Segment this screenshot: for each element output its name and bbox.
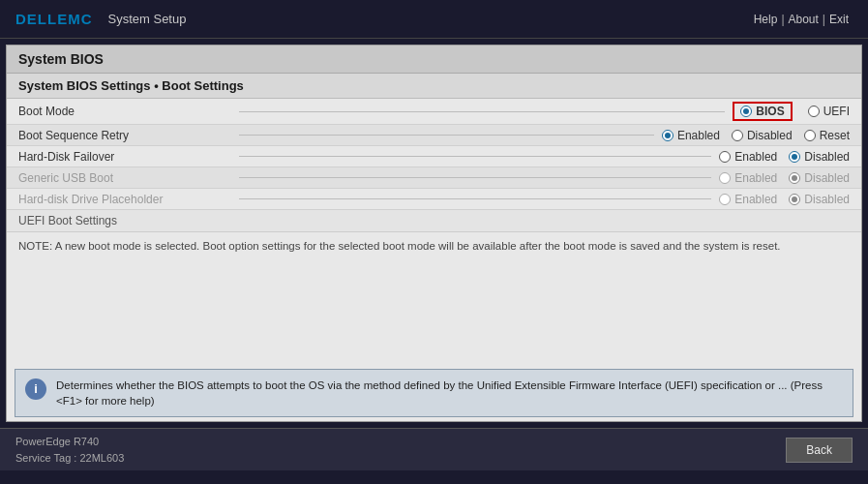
usb-boot-options: Enabled Disabled	[719, 171, 850, 185]
hdd-placeholder-label: Hard-disk Drive Placeholder	[18, 193, 231, 206]
hdd-placeholder-row: Hard-disk Drive Placeholder Enabled Disa…	[7, 189, 861, 210]
seq-disabled-option[interactable]: Disabled	[732, 129, 793, 142]
bios-label: BIOS	[756, 105, 784, 118]
row-line	[239, 135, 654, 136]
main-panel: System BIOS System BIOS Settings • Boot …	[6, 45, 862, 422]
seq-reset-label: Reset	[820, 129, 850, 142]
uefi-label: UEFI	[823, 105, 850, 118]
settings-area: Boot Mode BIOS UEFI Boot Sequence Retry	[7, 99, 861, 363]
usb-enabled-label: Enabled	[734, 171, 777, 185]
dell-logo: DELLEMC	[15, 11, 93, 27]
row-line	[239, 111, 725, 112]
seq-disabled-label: Disabled	[747, 129, 793, 142]
usb-enabled-option[interactable]: Enabled	[719, 171, 777, 185]
row-line	[239, 198, 711, 199]
info-text: Determines whether the BIOS attempts to …	[56, 378, 843, 408]
note-area: NOTE: A new boot mode is selected. Boot …	[7, 232, 861, 260]
placeholder-enabled-option[interactable]: Enabled	[719, 193, 777, 206]
model-label: PowerEdge R740	[15, 434, 124, 450]
boot-sequence-label: Boot Sequence Retry	[18, 129, 231, 142]
usb-disabled-option[interactable]: Disabled	[789, 171, 850, 185]
fail-disabled-radio[interactable]	[789, 151, 800, 163]
bios-radio[interactable]	[740, 106, 752, 117]
fail-disabled-option[interactable]: Disabled	[789, 150, 850, 164]
exit-link[interactable]: Exit	[825, 13, 853, 26]
back-button[interactable]: Back	[786, 438, 853, 463]
row-line	[239, 156, 711, 157]
help-link[interactable]: Help	[750, 13, 782, 26]
hdd-failover-row: Hard-Disk Failover Enabled Disabled	[7, 146, 861, 167]
uefi-option[interactable]: UEFI	[808, 105, 850, 118]
emc-logo: EMC	[57, 11, 92, 27]
header-title: System Setup	[108, 12, 187, 26]
usb-boot-row: Generic USB Boot Enabled Disabled	[7, 167, 861, 189]
seq-reset-option[interactable]: Reset	[804, 129, 850, 142]
boot-sequence-options: Enabled Disabled Reset	[662, 129, 850, 142]
hdd-failover-label: Hard-Disk Failover	[18, 150, 231, 164]
info-box: i Determines whether the BIOS attempts t…	[15, 369, 853, 417]
usb-enabled-radio[interactable]	[719, 172, 731, 184]
fail-enabled-label: Enabled	[734, 150, 777, 164]
uefi-radio[interactable]	[808, 106, 820, 117]
seq-enabled-option[interactable]: Enabled	[662, 129, 720, 142]
boot-sequence-row: Boot Sequence Retry Enabled Disabled Res…	[7, 125, 861, 146]
placeholder-disabled-option[interactable]: Disabled	[789, 193, 850, 206]
header-nav: Help | About | Exit	[750, 13, 853, 26]
placeholder-enabled-label: Enabled	[734, 193, 777, 206]
footer: PowerEdge R740 Service Tag : 22ML603 Bac…	[0, 428, 868, 470]
seq-disabled-radio[interactable]	[732, 130, 743, 141]
usb-disabled-label: Disabled	[804, 171, 850, 185]
fail-enabled-option[interactable]: Enabled	[719, 150, 777, 164]
boot-mode-options: BIOS UEFI	[733, 102, 850, 121]
placeholder-disabled-label: Disabled	[804, 193, 850, 206]
placeholder-disabled-radio[interactable]	[789, 194, 800, 205]
seq-reset-radio[interactable]	[804, 130, 816, 141]
fail-enabled-radio[interactable]	[719, 151, 731, 163]
bios-option-box[interactable]: BIOS	[733, 102, 792, 121]
seq-enabled-label: Enabled	[677, 129, 720, 142]
about-link[interactable]: About	[785, 13, 823, 26]
usb-boot-label: Generic USB Boot	[18, 171, 231, 185]
info-icon: i	[25, 378, 46, 400]
header-left: DELLEMC System Setup	[15, 11, 186, 27]
subsection-title: System BIOS Settings • Boot Settings	[7, 74, 861, 99]
seq-enabled-radio[interactable]	[662, 130, 673, 141]
boot-mode-row: Boot Mode BIOS UEFI	[7, 99, 861, 125]
hdd-placeholder-options: Enabled Disabled	[719, 193, 850, 206]
fail-disabled-label: Disabled	[804, 150, 850, 164]
placeholder-enabled-radio[interactable]	[719, 194, 731, 205]
hdd-failover-options: Enabled Disabled	[719, 150, 850, 164]
usb-disabled-radio[interactable]	[789, 172, 800, 184]
service-tag: Service Tag : 22ML603	[15, 450, 124, 467]
section-title: System BIOS	[7, 45, 861, 74]
footer-left: PowerEdge R740 Service Tag : 22ML603	[15, 434, 124, 466]
row-line	[239, 177, 711, 178]
uefi-section-label: UEFI Boot Settings	[7, 210, 861, 232]
boot-mode-label: Boot Mode	[18, 105, 231, 118]
